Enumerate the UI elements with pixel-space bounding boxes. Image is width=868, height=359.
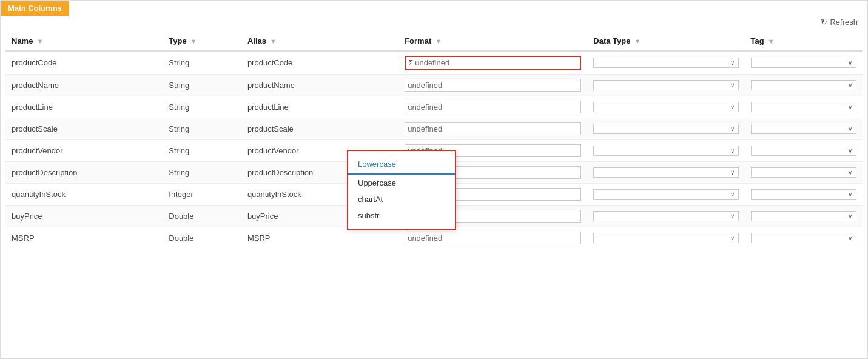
cell-name: productName <box>5 75 163 96</box>
tag-dropdown-arrow[interactable]: ∨ <box>848 104 852 110</box>
cell-name: productCode <box>5 51 163 75</box>
format-dropdown[interactable]: Lowercase Uppercase chartAt substr <box>347 150 456 230</box>
cell-datatype: ∨ <box>587 75 744 96</box>
dropdown-item-charat[interactable]: chartAt <box>348 191 455 207</box>
tag-select[interactable]: ∨ <box>751 189 856 200</box>
datatype-select[interactable]: ∨ <box>593 189 738 200</box>
refresh-button[interactable]: ↻ Refresh <box>821 18 858 27</box>
cell-name: productScale <box>5 118 163 140</box>
cell-format <box>399 96 587 118</box>
col-header-alias: Alias ▼ <box>241 32 399 51</box>
format-input-field[interactable] <box>408 81 578 90</box>
datatype-select[interactable]: ∨ <box>593 124 738 134</box>
datatype-dropdown-arrow[interactable]: ∨ <box>730 126 735 132</box>
table-row: productCodeStringproductCodeΣ∨∨ <box>5 51 863 75</box>
tag-dropdown-arrow[interactable]: ∨ <box>848 126 852 132</box>
datatype-dropdown-arrow[interactable]: ∨ <box>730 59 735 66</box>
cell-format: Σ <box>399 51 587 75</box>
filter-icon-format[interactable]: ▼ <box>435 38 442 45</box>
datatype-dropdown-arrow[interactable]: ∨ <box>730 82 735 89</box>
tag-dropdown-arrow[interactable]: ∨ <box>848 82 852 89</box>
dropdown-item-lowercase[interactable]: Lowercase <box>348 156 455 175</box>
cell-alias: productName <box>241 75 399 96</box>
format-input-wrap[interactable] <box>405 101 581 113</box>
datatype-dropdown-arrow[interactable]: ∨ <box>730 169 735 176</box>
tag-select[interactable]: ∨ <box>751 233 856 243</box>
cell-type: String <box>163 162 241 184</box>
table-header-row: Name ▼ Type ▼ Alias ▼ <box>5 32 863 51</box>
cell-tag: ∨ <box>745 162 863 184</box>
tag-select[interactable]: ∨ <box>751 102 856 112</box>
title-text: Main Columns <box>8 4 62 13</box>
cell-datatype: ∨ <box>587 140 744 162</box>
tag-select[interactable]: ∨ <box>751 124 856 134</box>
format-input-wrap[interactable] <box>405 122 581 135</box>
tag-dropdown-arrow[interactable]: ∨ <box>848 235 852 241</box>
datatype-dropdown-arrow[interactable]: ∨ <box>730 147 735 154</box>
cell-type: Double <box>163 206 241 227</box>
filter-icon-alias[interactable]: ▼ <box>270 38 277 45</box>
tag-dropdown-arrow[interactable]: ∨ <box>848 169 852 176</box>
cell-alias: productCode <box>241 51 399 75</box>
cell-alias: productLine <box>241 96 399 118</box>
col-header-datatype: Data Type ▼ <box>587 32 744 51</box>
col-header-format: Format ▼ <box>399 32 587 51</box>
toolbar: ↻ Refresh <box>1 1 867 32</box>
cell-type: Double <box>163 227 241 249</box>
filter-icon-name[interactable]: ▼ <box>36 38 43 45</box>
cell-tag: ∨ <box>745 118 863 140</box>
format-input-wrap[interactable] <box>405 232 581 244</box>
dropdown-item-substr[interactable]: substr <box>348 207 455 224</box>
sigma-icon: Σ <box>408 58 413 67</box>
cell-tag: ∨ <box>745 140 863 162</box>
dropdown-item-uppercase[interactable]: Uppercase <box>348 175 455 191</box>
cell-type: String <box>163 75 241 96</box>
filter-icon-datatype[interactable]: ▼ <box>634 38 641 45</box>
cell-type: Integer <box>163 184 241 206</box>
datatype-select[interactable]: ∨ <box>593 102 738 112</box>
datatype-select[interactable]: ∨ <box>593 146 738 156</box>
tag-select[interactable]: ∨ <box>751 167 856 178</box>
dropdown-list: Lowercase Uppercase chartAt substr <box>348 156 455 224</box>
format-input-wrap[interactable] <box>405 79 581 92</box>
format-input-field[interactable] <box>415 58 577 67</box>
cell-datatype: ∨ <box>587 162 744 184</box>
format-input-wrap[interactable]: Σ <box>405 56 581 70</box>
tag-dropdown-arrow[interactable]: ∨ <box>848 147 852 154</box>
tag-dropdown-arrow[interactable]: ∨ <box>848 191 852 198</box>
datatype-dropdown-arrow[interactable]: ∨ <box>730 191 735 198</box>
datatype-select[interactable]: ∨ <box>593 167 738 178</box>
filter-icon-tag[interactable]: ▼ <box>768 38 775 45</box>
format-input-field[interactable] <box>408 233 578 243</box>
datatype-dropdown-arrow[interactable]: ∨ <box>730 104 735 110</box>
cell-format <box>399 75 587 96</box>
datatype-select[interactable]: ∨ <box>593 80 738 90</box>
cell-datatype: ∨ <box>587 184 744 206</box>
table-row: productLineStringproductLine∨∨ <box>5 96 863 118</box>
cell-name: buyPrice <box>5 206 163 227</box>
tag-select[interactable]: ∨ <box>751 146 856 156</box>
datatype-select[interactable]: ∨ <box>593 233 738 243</box>
cell-datatype: ∨ <box>587 118 744 140</box>
tag-select[interactable]: ∨ <box>751 80 856 90</box>
tag-select[interactable]: ∨ <box>751 58 856 68</box>
tag-dropdown-arrow[interactable]: ∨ <box>848 59 852 66</box>
table-row: productNameStringproductName∨∨ <box>5 75 863 96</box>
cell-tag: ∨ <box>745 206 863 227</box>
format-input-field[interactable] <box>408 102 578 112</box>
cell-datatype: ∨ <box>587 96 744 118</box>
tag-select[interactable]: ∨ <box>751 211 856 221</box>
datatype-select[interactable]: ∨ <box>593 211 738 221</box>
format-input-field[interactable] <box>408 124 578 133</box>
cell-type: String <box>163 118 241 140</box>
datatype-select[interactable]: ∨ <box>593 58 738 68</box>
cell-tag: ∨ <box>745 75 863 96</box>
cell-alias: productScale <box>241 118 399 140</box>
datatype-dropdown-arrow[interactable]: ∨ <box>730 213 735 220</box>
cell-name: productDescription <box>5 162 163 184</box>
filter-icon-type[interactable]: ▼ <box>190 38 197 45</box>
col-header-name: Name ▼ <box>5 32 163 51</box>
cell-type: String <box>163 51 241 75</box>
datatype-dropdown-arrow[interactable]: ∨ <box>730 235 735 241</box>
tag-dropdown-arrow[interactable]: ∨ <box>848 213 852 220</box>
